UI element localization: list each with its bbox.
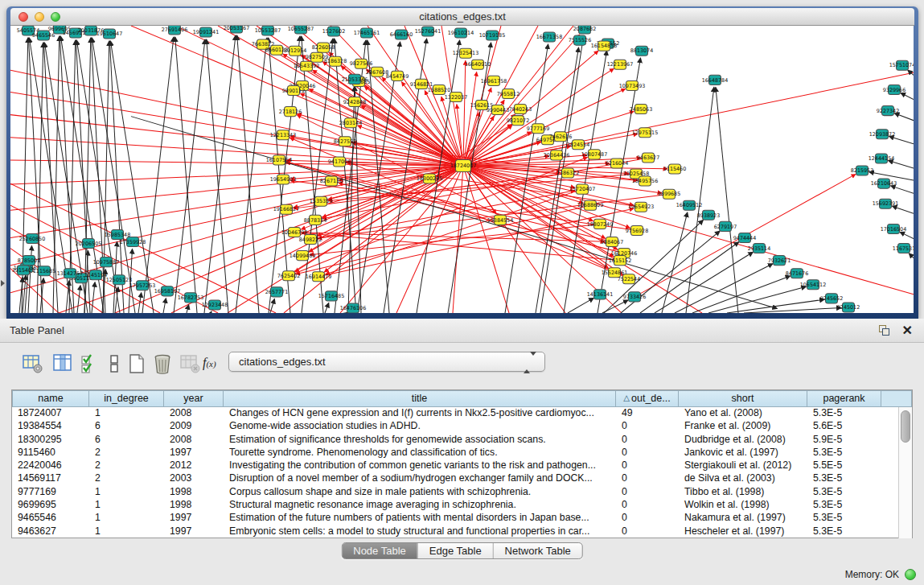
citation-edge-black[interactable] <box>894 113 914 121</box>
table-cell[interactable]: 1997 <box>164 525 224 538</box>
splitter-collapse-arrow[interactable] <box>1 280 5 286</box>
table-row[interactable]: 946554611997Estimation of the future num… <box>12 512 898 525</box>
table-cell[interactable]: 1 <box>89 512 164 525</box>
citation-edge-red[interactable] <box>10 92 463 166</box>
table-cell[interactable]: 1998 <box>164 499 224 512</box>
table-cell[interactable]: 6 <box>89 434 164 447</box>
table-cell[interactable]: 9465546 <box>12 512 89 525</box>
citation-edge-black[interactable] <box>77 286 80 313</box>
table-cell[interactable]: Estimation of significance thresholds fo… <box>224 434 616 447</box>
table-cell[interactable]: 22420046 <box>12 459 89 472</box>
row-height-icon[interactable] <box>103 352 127 377</box>
table-cell[interactable]: 0 <box>616 447 679 459</box>
table-row[interactable]: 1830029562008Estimation of significance … <box>12 434 898 447</box>
table-cell[interactable]: 2003 <box>164 472 224 485</box>
table-selector-dropdown[interactable]: citations_edges.txt <box>228 352 545 372</box>
minimize-traffic-light[interactable] <box>35 12 44 22</box>
table-cell[interactable]: 9699695 <box>12 499 89 512</box>
tab-edge-table[interactable]: Edge Table <box>418 543 494 558</box>
memory-status-light[interactable] <box>905 569 916 580</box>
table-row[interactable]: 969969511998Structural magnetic resonanc… <box>12 499 898 512</box>
table-cell[interactable]: Tourette syndrome. Phenomenology and cla… <box>224 447 616 459</box>
table-row[interactable]: 1938455462009Genome-wide association stu… <box>12 420 898 433</box>
select-rows-check-icon[interactable] <box>79 352 103 377</box>
citation-edge-black[interactable] <box>187 305 189 313</box>
citation-edge-red[interactable] <box>10 166 463 266</box>
table-cell[interactable]: 0 <box>616 434 679 447</box>
zoom-traffic-light[interactable] <box>51 12 60 22</box>
scrollbar-thumb[interactable] <box>901 410 910 443</box>
column-header-pagerank[interactable]: pagerank <box>807 390 881 407</box>
table-cell[interactable]: 5.3E-5 <box>807 472 881 485</box>
table-cell[interactable]: 19384554 <box>12 420 89 433</box>
float-window-icon[interactable] <box>879 325 890 336</box>
table-cell[interactable]: 0 <box>616 459 679 472</box>
citation-edge-red[interactable] <box>10 166 463 238</box>
table-cell[interactable]: Disruption of a novel member of a sodium… <box>224 472 616 485</box>
table-cell[interactable]: 0 <box>616 472 679 485</box>
citation-edge-black[interactable] <box>909 253 914 258</box>
table-cell[interactable]: 1 <box>89 407 164 420</box>
table-cell[interactable]: 14569117 <box>12 472 89 485</box>
citation-edge-red[interactable] <box>10 160 463 166</box>
tab-node-table[interactable]: Node Table <box>342 543 418 558</box>
table-settings-icon[interactable] <box>21 352 45 377</box>
citation-edge-black[interactable] <box>901 93 914 99</box>
table-row[interactable]: 946362711997Embryonic stem cells: a mode… <box>12 525 898 538</box>
table-cell[interactable]: 9463627 <box>12 525 89 538</box>
citation-edge-black[interactable] <box>142 37 174 313</box>
network-canvas[interactable]: 5405574946554696996951456911720031876195… <box>10 26 914 313</box>
table-row[interactable]: 1872400712008Changes of HCN gene express… <box>12 407 898 420</box>
table-cell[interactable]: 5.3E-5 <box>807 525 881 538</box>
table-row[interactable]: 1456911722003Disruption of a novel membe… <box>12 472 898 485</box>
table-cell[interactable]: Dudbridge et al. (2008) <box>679 434 807 447</box>
column-header-name[interactable]: name <box>12 390 89 407</box>
table-cell[interactable]: 5.3E-5 <box>807 512 881 525</box>
table-cell[interactable]: de Silva et al. (2003) <box>679 472 807 485</box>
table-cell[interactable]: 5.3E-5 <box>807 499 881 512</box>
delete-trash-icon[interactable] <box>151 352 175 377</box>
select-columns-icon[interactable] <box>51 352 76 377</box>
function-builder-button[interactable]: f(x) <box>203 356 216 370</box>
table-cell[interactable]: 5.6E-5 <box>807 420 881 433</box>
citation-edge-black[interactable] <box>505 44 548 313</box>
table-cell[interactable]: 1998 <box>164 486 224 499</box>
table-cell[interactable]: Stergiakouli et al. (2012) <box>679 459 807 472</box>
table-cell[interactable]: Structural magnetic resonance image aver… <box>224 499 616 512</box>
close-panel-icon[interactable]: ✕ <box>902 323 913 339</box>
table-row[interactable]: 977716911998Corpus callosum shape and si… <box>12 486 898 499</box>
table-cell[interactable]: 2009 <box>164 420 224 433</box>
table-cell[interactable]: 2 <box>89 447 164 459</box>
table-cell[interactable]: Tibbo et al. (1998) <box>679 486 807 499</box>
table-cell[interactable]: 2012 <box>164 459 224 472</box>
table-cell[interactable]: 2008 <box>164 434 224 447</box>
citation-edge-black[interactable] <box>131 117 777 309</box>
table-cell[interactable]: 5.5E-5 <box>807 459 881 472</box>
table-row[interactable]: 911546021997Tourette syndrome. Phenomeno… <box>12 447 898 459</box>
table-cell[interactable]: 6 <box>89 420 164 433</box>
table-cell[interactable]: 9777169 <box>12 486 89 499</box>
table-cell[interactable]: Yano et al. (2008) <box>679 407 807 420</box>
table-cell[interactable]: Changes of HCN gene expression and I(f) … <box>224 407 616 420</box>
table-cell[interactable]: 2 <box>89 472 164 485</box>
table-cell[interactable]: Investigating the contribution of common… <box>224 459 616 472</box>
citation-edge-black[interactable] <box>564 51 607 313</box>
network-window[interactable]: citations_edges.txt 54055749465546969969… <box>6 6 918 319</box>
citation-edge-black[interactable] <box>900 232 914 238</box>
table-cell[interactable]: 1997 <box>164 447 224 459</box>
table-cell[interactable]: Embryonic stem cells: a model to study s… <box>224 525 616 538</box>
citation-edge-black[interactable] <box>536 47 579 313</box>
citation-edge-black[interactable] <box>869 172 914 180</box>
citation-edge-black[interactable] <box>204 35 236 313</box>
citation-edge-black[interactable] <box>347 312 347 313</box>
table-cell[interactable]: 1 <box>89 486 164 499</box>
table-cell[interactable]: Hescheler et al. (1997) <box>679 525 807 538</box>
column-header-in_degree[interactable]: in_degree <box>89 390 164 407</box>
tab-network-table[interactable]: Network Table <box>494 543 582 558</box>
table-cell[interactable]: 2 <box>89 459 164 472</box>
table-cell[interactable]: 0 <box>616 512 679 525</box>
citation-edge-black[interactable] <box>662 212 688 313</box>
table-cell[interactable]: 18300295 <box>12 434 89 447</box>
citation-edge-black[interactable] <box>716 87 738 313</box>
table-cell[interactable]: 0 <box>616 499 679 512</box>
